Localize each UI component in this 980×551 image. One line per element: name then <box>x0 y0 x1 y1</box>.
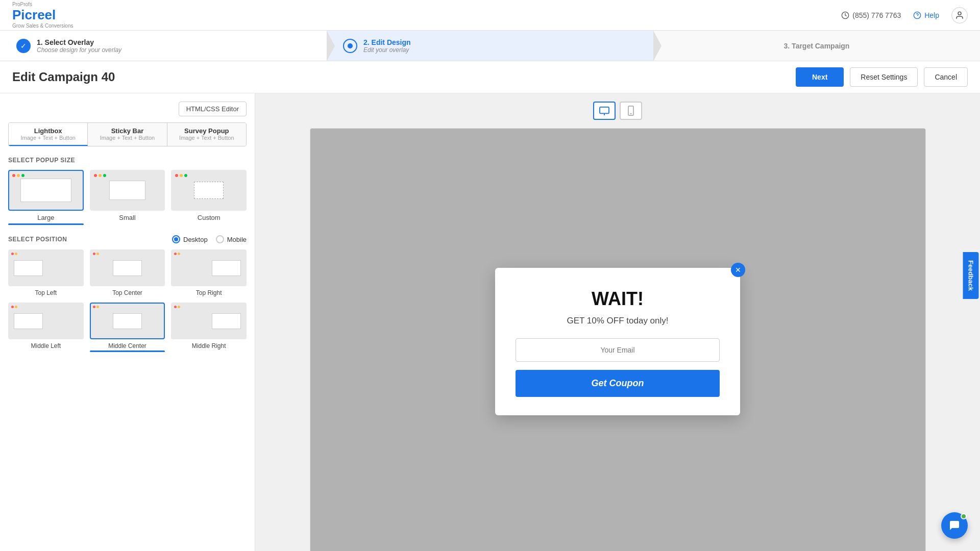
mobile-preview-btn[interactable] <box>620 102 642 120</box>
header-right: (855) 776 7763 Help <box>841 7 968 23</box>
phone-icon <box>841 11 849 19</box>
pos-middle-center-indicator <box>90 350 165 352</box>
size-options: Large Small <box>8 170 247 225</box>
pos-top-right[interactable]: Top Right <box>171 249 247 296</box>
popup-email-input[interactable] <box>516 338 720 362</box>
pos-middle-center[interactable]: Middle Center <box>90 303 165 352</box>
proprofs-label: ProProfs <box>12 2 74 7</box>
pos-top-left-thumb <box>8 249 84 286</box>
size-custom-thumb <box>171 170 247 211</box>
size-large-indicator <box>8 223 84 225</box>
pos-top-left[interactable]: Top Left <box>8 249 84 296</box>
step-2-text: 2. Edit Design Edit your overlay <box>363 38 411 54</box>
step-2-title: 2. Edit Design <box>363 38 411 46</box>
user-avatar[interactable] <box>951 7 968 23</box>
tab-survey-popup[interactable]: Survey Popup Image + Text + Button <box>167 123 246 146</box>
step-2: 2. Edit Design Edit your overlay <box>327 31 653 61</box>
tab-lightbox[interactable]: Lightbox Image + Text + Button <box>9 123 88 146</box>
next-button[interactable]: Next <box>796 67 844 87</box>
popup-cta-button[interactable]: Get Coupon <box>516 370 720 397</box>
cancel-button[interactable]: Cancel <box>924 67 968 87</box>
step-1: ✓ 1. Select Overlay Choose design for yo… <box>0 31 327 61</box>
reset-button[interactable]: Reset Settings <box>850 67 918 87</box>
step-2-icon <box>343 39 357 53</box>
feedback-tab[interactable]: Feedback <box>963 252 979 299</box>
pos-top-center[interactable]: Top Center <box>90 249 165 296</box>
pos-middle-center-thumb <box>90 303 165 339</box>
campaign-actions: Next Reset Settings Cancel <box>796 67 968 87</box>
brand-name: Picreel <box>12 7 74 23</box>
chat-icon <box>948 519 961 532</box>
pos-top-center-thumb <box>90 249 165 286</box>
mobile-radio[interactable]: Mobile <box>216 235 247 243</box>
pos-middle-left-thumb <box>8 303 84 339</box>
help-icon <box>913 11 921 19</box>
campaign-bar: Edit Campaign 40 Next Reset Settings Can… <box>0 61 980 93</box>
svg-point-3 <box>958 12 961 15</box>
phone-display: (855) 776 7763 <box>841 11 901 19</box>
position-header: SELECT POSITION Desktop Mobile <box>8 235 247 243</box>
logo: ProProfs Picreel Grow Sales & Conversion… <box>12 2 74 29</box>
size-large[interactable]: Large <box>8 170 84 225</box>
size-section-label: SELECT POPUP SIZE <box>8 157 247 164</box>
position-view-toggle: Desktop Mobile <box>172 235 247 243</box>
steps-bar: ✓ 1. Select Overlay Choose design for yo… <box>0 31 980 61</box>
pos-top-right-thumb <box>171 249 247 286</box>
size-small-thumb <box>90 170 165 211</box>
step-3: 3. Target Campaign <box>653 31 980 61</box>
mobile-icon <box>627 106 634 116</box>
left-panel: HTML/CSS Editor Lightbox Image + Text + … <box>0 93 255 551</box>
popup-overlay: ✕ WAIT! GET 10% OFF today only! Get Coup… <box>310 129 925 551</box>
size-small[interactable]: Small <box>90 170 165 225</box>
step-1-text: 1. Select Overlay Choose design for your… <box>37 38 121 54</box>
position-options: Top Left Top Center <box>8 249 247 352</box>
step-1-sub: Choose design for your overlay <box>37 46 121 54</box>
main-content: HTML/CSS Editor Lightbox Image + Text + … <box>0 93 980 551</box>
overlay-type-tabs: Lightbox Image + Text + Button Sticky Ba… <box>8 122 247 146</box>
desktop-icon <box>599 106 610 115</box>
desktop-preview-btn[interactable] <box>593 102 616 120</box>
popup-close-button[interactable]: ✕ <box>731 263 745 277</box>
popup-headline: WAIT! <box>516 288 720 310</box>
tab-sticky-bar[interactable]: Sticky Bar Image + Text + Button <box>88 123 167 146</box>
help-link[interactable]: Help <box>913 11 939 19</box>
chat-button[interactable] <box>941 512 968 539</box>
right-preview: ✕ WAIT! GET 10% OFF today only! Get Coup… <box>255 93 980 551</box>
step-3-title: 3. Target Campaign <box>784 42 850 50</box>
position-section-label: SELECT POSITION <box>8 236 67 243</box>
svg-rect-4 <box>600 107 609 114</box>
desktop-radio[interactable]: Desktop <box>172 235 208 243</box>
device-toggle <box>593 102 642 120</box>
step-1-title: 1. Select Overlay <box>37 38 121 46</box>
online-indicator <box>961 513 967 519</box>
pos-middle-left[interactable]: Middle Left <box>8 303 84 352</box>
step-1-icon: ✓ <box>16 39 31 53</box>
size-large-thumb <box>8 170 84 211</box>
html-css-editor-area: HTML/CSS Editor <box>8 102 247 116</box>
header: ProProfs Picreel Grow Sales & Conversion… <box>0 0 980 31</box>
step-2-sub: Edit your overlay <box>363 46 411 54</box>
html-css-editor-button[interactable]: HTML/CSS Editor <box>179 102 247 116</box>
popup-box: ✕ WAIT! GET 10% OFF today only! Get Coup… <box>495 268 740 415</box>
popup-subtext: GET 10% OFF today only! <box>516 316 720 326</box>
preview-area: ✕ WAIT! GET 10% OFF today only! Get Coup… <box>310 128 926 551</box>
pos-middle-right[interactable]: Middle Right <box>171 303 247 352</box>
size-custom[interactable]: Custom <box>171 170 247 225</box>
pos-middle-right-thumb <box>171 303 247 339</box>
tagline: Grow Sales & Conversions <box>12 23 74 29</box>
campaign-title: Edit Campaign 40 <box>12 70 115 84</box>
